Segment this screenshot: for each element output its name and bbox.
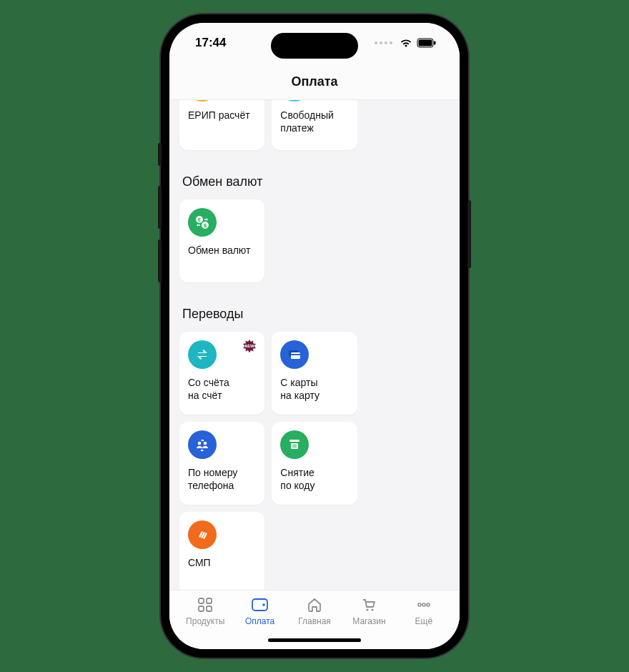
tab-label: Ещё: [415, 616, 433, 626]
transfer-card-account[interactable]: NEW Со счёта на счёт: [179, 332, 264, 415]
home-indicator[interactable]: [169, 631, 460, 649]
card-label: Со счёта на счёт: [188, 376, 256, 402]
account-transfer-icon: [188, 340, 217, 369]
phone-transfer-icon: [188, 430, 217, 459]
card-label: По номеру телефона: [188, 466, 256, 492]
page-header: Оплата: [169, 63, 460, 100]
cart-icon: [360, 596, 378, 613]
card-label: Свободный платеж: [280, 109, 348, 134]
svg-rect-19: [292, 447, 297, 448]
tab-label: Магазин: [352, 616, 385, 626]
svg-point-29: [422, 603, 425, 606]
notch: [271, 33, 358, 59]
tab-home[interactable]: Главная: [287, 596, 342, 626]
card-transfer-icon: [280, 340, 309, 369]
svg-rect-24: [252, 599, 267, 611]
transfer-card-phone[interactable]: По номеру телефона: [179, 422, 264, 505]
wallet-icon: [251, 596, 269, 613]
tab-shop[interactable]: Магазин: [342, 596, 396, 626]
svg-point-28: [418, 603, 421, 606]
transfer-card-smp[interactable]: СМП: [179, 512, 264, 590]
svg-point-27: [372, 609, 374, 611]
payment-card-free[interactable]: Свободный платеж: [272, 100, 357, 150]
svg-point-25: [262, 603, 265, 606]
carrier-dots-icon: [375, 41, 392, 44]
svg-text:NEW: NEW: [245, 344, 255, 348]
tab-more[interactable]: Ещё: [397, 596, 451, 626]
status-time: 17:44: [195, 36, 226, 50]
card-label: Обмен валют: [188, 244, 256, 257]
section-title-exchange: Обмен валют: [182, 174, 450, 189]
svg-rect-17: [291, 443, 298, 449]
battery-icon: [417, 38, 437, 48]
section-title-transfers: Переводы: [182, 307, 450, 322]
home-icon: [305, 596, 324, 613]
svg-text:€: €: [198, 217, 201, 222]
tab-label: Оплата: [245, 616, 274, 626]
payment-card-erip[interactable]: ЕРИП расчёт: [179, 100, 264, 150]
tab-products[interactable]: Продукты: [178, 596, 232, 626]
svg-point-15: [204, 442, 207, 445]
svg-rect-2: [434, 41, 436, 45]
card-label: ЕРИП расчёт: [188, 109, 256, 122]
grid-icon: [196, 596, 214, 613]
new-badge-icon: NEW: [242, 339, 257, 355]
tab-bar: Продукты Оплата Главная Магазин: [169, 590, 460, 631]
tab-label: Главная: [298, 616, 331, 626]
tab-label: Продукты: [186, 616, 224, 626]
atm-code-icon: [280, 430, 309, 459]
exchange-card[interactable]: €$ Обмен валют: [179, 199, 264, 282]
svg-point-26: [367, 609, 369, 611]
svg-rect-22: [199, 606, 204, 611]
wifi-icon: [400, 38, 412, 48]
svg-point-14: [198, 442, 202, 445]
card-label: Снятие по коду: [280, 466, 348, 492]
svg-rect-18: [292, 445, 297, 445]
free-pay-icon: [280, 100, 309, 102]
svg-rect-21: [207, 598, 212, 603]
svg-rect-1: [419, 40, 432, 46]
more-icon: [415, 596, 433, 613]
transfer-card-card[interactable]: С карты на карту: [272, 332, 357, 415]
card-label: С карты на карту: [280, 376, 348, 402]
svg-rect-12: [291, 352, 300, 359]
svg-rect-20: [199, 598, 204, 603]
transfer-card-atm[interactable]: Снятие по коду: [272, 422, 357, 505]
card-label: СМП: [188, 556, 256, 569]
page-title: Оплата: [169, 74, 460, 89]
content-scroll[interactable]: ЕРИП расчёт Свободный платеж Обмен валют…: [169, 100, 460, 590]
tab-payment[interactable]: Оплата: [232, 596, 287, 626]
erip-icon: [188, 100, 217, 102]
smp-icon: [188, 520, 217, 549]
svg-text:$: $: [204, 223, 207, 229]
svg-rect-23: [207, 606, 212, 611]
svg-point-30: [427, 603, 430, 606]
exchange-icon: €$: [188, 208, 217, 237]
svg-rect-16: [289, 440, 299, 442]
svg-rect-13: [291, 354, 300, 355]
